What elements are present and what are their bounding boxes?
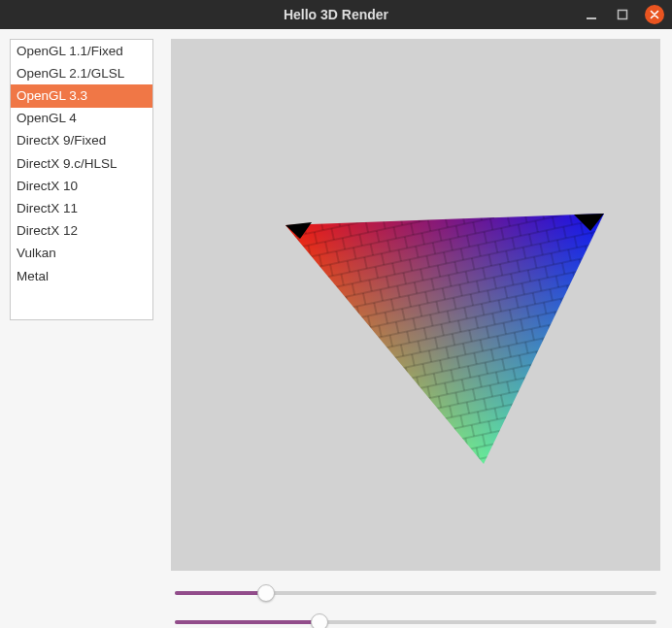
svg-rect-0: [587, 17, 596, 19]
list-item[interactable]: OpenGL 2.1/GLSL: [11, 62, 152, 84]
slider-track: [175, 620, 656, 624]
slider-panel: [171, 578, 660, 628]
client-area: OpenGL 1.1/FixedOpenGL 2.1/GLSLOpenGL 3.…: [0, 29, 672, 628]
list-item[interactable]: DirectX 9/Fixed: [11, 130, 152, 152]
titlebar: Hello 3D Render: [0, 0, 672, 29]
slider-track: [175, 591, 656, 595]
svg-rect-8: [268, 194, 627, 485]
svg-rect-1: [619, 11, 627, 19]
maximize-icon: [617, 9, 628, 20]
list-item[interactable]: DirectX 10: [11, 175, 152, 197]
render-viewport[interactable]: [171, 39, 660, 571]
close-icon: [650, 10, 659, 19]
list-item[interactable]: OpenGL 3.3: [11, 84, 152, 107]
list-item[interactable]: OpenGL 4: [11, 108, 152, 130]
list-item[interactable]: Vulkan: [11, 243, 152, 265]
minimize-icon: [586, 9, 597, 20]
list-item[interactable]: DirectX 12: [11, 220, 152, 243]
renderer-listbox[interactable]: OpenGL 1.1/FixedOpenGL 2.1/GLSLOpenGL 3.…: [10, 39, 153, 320]
list-item[interactable]: OpenGL 1.1/Fixed: [11, 40, 152, 62]
app-window: Hello 3D Render OpenGL 1.1/FixedOpenGL 2…: [0, 0, 672, 628]
list-item[interactable]: DirectX 11: [11, 198, 152, 220]
rendered-triangle: [171, 39, 660, 571]
slider-thumb[interactable]: [311, 613, 328, 628]
minimize-button[interactable]: [583, 6, 600, 23]
window-controls: [583, 0, 664, 29]
slider-fill: [175, 591, 266, 595]
window-title: Hello 3D Render: [284, 7, 388, 22]
slider-thumb[interactable]: [257, 584, 275, 602]
slider-fill: [175, 620, 319, 624]
maximize-button[interactable]: [614, 6, 631, 23]
list-item[interactable]: DirectX 9.c/HLSL: [11, 152, 152, 175]
close-button[interactable]: [645, 5, 664, 24]
slider-1[interactable]: [171, 578, 660, 608]
slider-2[interactable]: [171, 608, 660, 628]
list-item[interactable]: Metal: [11, 265, 152, 287]
